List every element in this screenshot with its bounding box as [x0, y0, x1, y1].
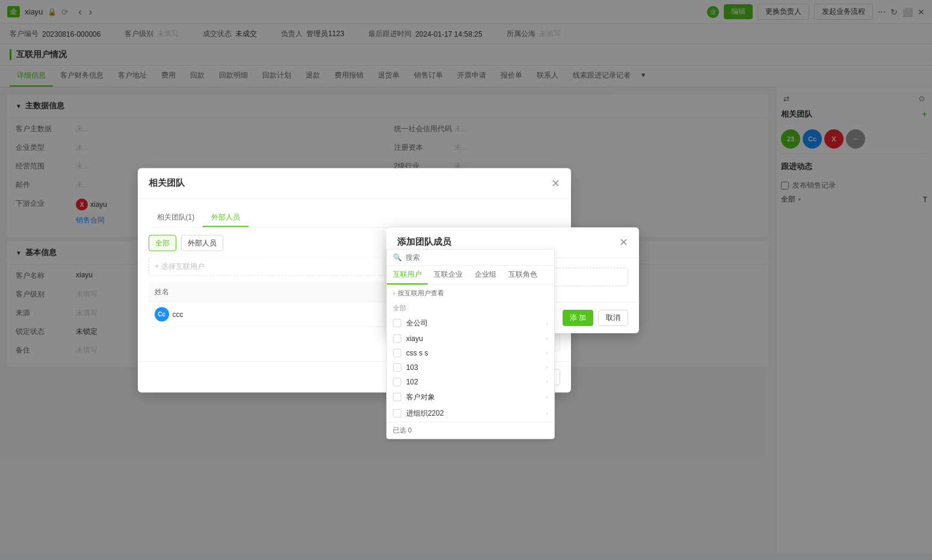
- modal-team-header: 相关团队 ✕: [138, 168, 571, 198]
- member-avatar: Cc: [155, 307, 169, 321]
- selected-count: 已选 0: [393, 426, 412, 434]
- filter-all-btn[interactable]: 全部: [149, 235, 176, 251]
- checkbox-icon-4: [393, 363, 401, 372]
- dtab-enterprise[interactable]: 互联企业: [428, 266, 469, 285]
- arrow-icon-4: ›: [546, 364, 548, 371]
- dtab-user[interactable]: 互联用户: [387, 266, 428, 285]
- modal-team-title: 相关团队: [149, 177, 185, 189]
- team-filter-group: 全部 外部人员: [149, 235, 223, 251]
- section-all-label: 全部: [387, 301, 554, 315]
- arrow-icon-5: ›: [546, 378, 548, 385]
- member-list-area: + 选择互联用户 姓名 Cc: [149, 257, 421, 351]
- checkbox-icon-5: [393, 378, 401, 386]
- modal-add-close[interactable]: ✕: [619, 236, 628, 249]
- filter-external-btn[interactable]: 外部人员: [181, 235, 223, 251]
- modal-add-body: + 选择互联用户 🔍 互联用户 互联企业 企业组 互联角色 ‹ 按互联用户查看: [386, 258, 639, 302]
- checkbox-icon-7: [393, 409, 401, 417]
- dropdown-footer: 已选 0: [387, 422, 554, 438]
- table-row: Cc ccc: [149, 302, 421, 327]
- dtab-role[interactable]: 互联角色: [502, 266, 543, 285]
- col-name: 姓名: [149, 282, 359, 302]
- checkbox-103[interactable]: 103 ›: [387, 360, 554, 375]
- view-toggle-section: ‹ 按互联用户查看: [387, 285, 554, 301]
- checkbox-icon-1: [393, 319, 401, 327]
- arrow-icon-7: ›: [546, 410, 548, 417]
- dropdown-tabs: 互联用户 互联企业 企业组 互联角色: [387, 266, 554, 285]
- arrow-icon-2: ›: [546, 335, 548, 342]
- dtab-group[interactable]: 企业组: [469, 266, 502, 285]
- chevron-left-icon: ‹: [393, 289, 395, 297]
- checkbox-quangongsi[interactable]: 全公司 ›: [387, 315, 554, 331]
- arrow-icon-6: ›: [546, 394, 548, 401]
- checkbox-css[interactable]: css s s ›: [387, 346, 554, 360]
- subtab-related-team[interactable]: 相关团队(1): [149, 208, 203, 227]
- modal-add-cancel-btn[interactable]: 取消: [598, 310, 628, 326]
- search-icon: 🔍: [393, 253, 402, 262]
- modal-add-confirm-btn[interactable]: 添 加: [563, 310, 593, 326]
- member-name: ccc: [173, 310, 184, 318]
- search-input[interactable]: [406, 253, 548, 262]
- view-toggle-btn[interactable]: ‹ 按互联用户查看: [393, 289, 548, 298]
- modal-add: 添加团队成员 ✕ + 选择互联用户 🔍 互联用户 互联企业 企业组 互联角色 ‹: [386, 227, 639, 333]
- select-user-input[interactable]: + 选择互联用户: [149, 257, 421, 275]
- modal-team-subtabs: 相关团队(1) 外部人员: [149, 208, 560, 227]
- modal-team-close[interactable]: ✕: [551, 176, 560, 189]
- checkbox-icon-3: [393, 349, 401, 357]
- checkbox-icon-6: [393, 393, 401, 401]
- checkbox-102[interactable]: 102 ›: [387, 375, 554, 389]
- dropdown-panel: 🔍 互联用户 互联企业 企业组 互联角色 ‹ 按互联用户查看 全部: [386, 249, 555, 439]
- subtab-external[interactable]: 外部人员: [203, 208, 248, 227]
- arrow-icon-3: ›: [546, 349, 548, 356]
- view-toggle-label: 按互联用户查看: [398, 289, 444, 298]
- checkbox-xiayu[interactable]: xiayu ›: [387, 331, 554, 346]
- checkbox-join-org[interactable]: 进组织2202 ›: [387, 405, 554, 422]
- search-box: 🔍: [387, 250, 554, 266]
- arrow-icon-1: ›: [546, 320, 548, 327]
- modal-add-title: 添加团队成员: [397, 236, 451, 248]
- member-table: 姓名 Cc ccc: [149, 282, 421, 327]
- checkbox-icon-2: [393, 334, 401, 343]
- checkbox-customer[interactable]: 客户对象 ›: [387, 389, 554, 405]
